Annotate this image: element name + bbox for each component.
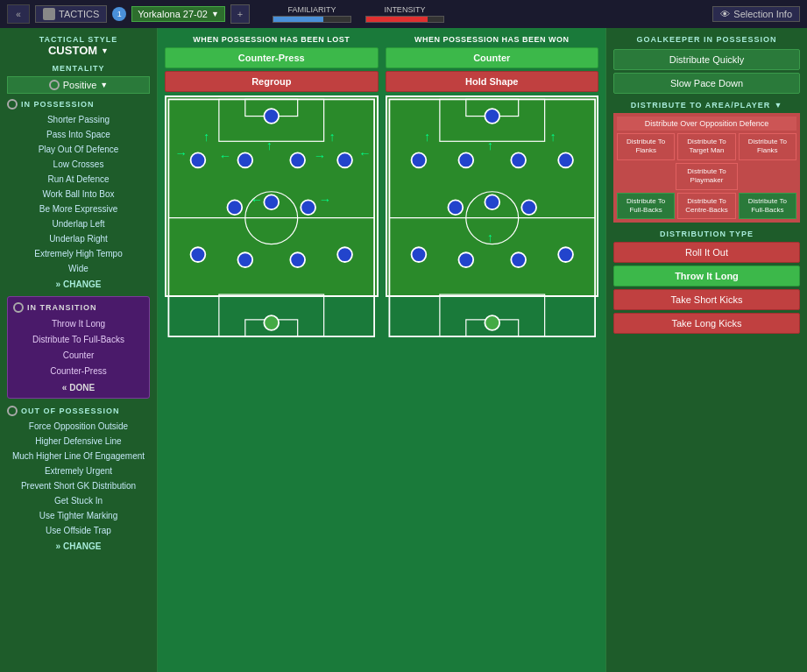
center-content: WHEN POSSESSION HAS BEEN LOST Counter-Pr… — [158, 28, 605, 672]
dist-centre-backs-button[interactable]: Distribute To Centre-Backs — [677, 193, 735, 220]
take-long-kicks-button[interactable]: Take Long Kicks — [613, 313, 800, 334]
nav-back-button[interactable]: « — [7, 4, 30, 24]
svg-point-45 — [448, 200, 463, 215]
change-possession-button[interactable]: » CHANGE — [56, 279, 102, 289]
svg-text:↑: ↑ — [549, 130, 556, 144]
svg-text:→: → — [314, 149, 326, 163]
intensity-label: INTENSITY — [384, 5, 425, 14]
list-item: Much Higher Line Of Engagement — [7, 449, 150, 463]
done-button[interactable]: « DONE — [62, 383, 95, 393]
familiarity-section: FAMILIARITY — [273, 5, 351, 23]
counter-button[interactable]: Counter — [386, 47, 599, 68]
counter-press-button[interactable]: Counter-Press — [165, 47, 379, 68]
selection-info-button[interactable]: 👁 Selection Info — [712, 6, 800, 22]
change-out-possession-button[interactable]: » CHANGE — [56, 541, 102, 551]
svg-point-12 — [191, 152, 206, 167]
eye-icon: 👁 — [720, 9, 730, 19]
svg-point-49 — [458, 252, 473, 267]
pitch-possession-won: ↑ ↑ ↑ ↑ — [386, 95, 599, 297]
in-possession-icon — [7, 99, 18, 110]
dist-bottom-row: Distribute To Full-Backs Distribute To C… — [617, 193, 796, 220]
list-item: Work Ball Into Box — [7, 187, 150, 202]
slow-pace-down-button[interactable]: Slow Pace Down — [613, 73, 800, 94]
distribute-area-label: DISTRIBUTE TO AREA/PLAYER — [631, 101, 771, 110]
intensity-section: INTENSITY — [365, 5, 444, 23]
sidebar: TACTICAL STYLE CUSTOM ▼ MENTALITY Positi… — [0, 28, 158, 672]
svg-point-46 — [485, 195, 499, 209]
distribute-area-header[interactable]: DISTRIBUTE TO AREA/PLAYER ▼ — [613, 101, 800, 110]
chevron-down-icon: ▼ — [774, 101, 782, 110]
possession-won-column: WHEN POSSESSION HAS BEEN WON Counter Hol… — [386, 35, 599, 297]
svg-text:→: → — [172, 337, 182, 338]
in-possession-header: IN POSSESSION — [7, 99, 150, 110]
add-tab-button[interactable]: + — [230, 4, 250, 24]
right-panel: GOALKEEPER IN POSSESSION Distribute Quic… — [605, 28, 807, 672]
roll-it-out-button[interactable]: Roll It Out — [613, 242, 800, 263]
svg-point-51 — [558, 247, 573, 262]
svg-point-25 — [191, 247, 206, 262]
svg-point-43 — [511, 152, 526, 167]
svg-point-44 — [558, 152, 573, 167]
svg-text:←: ← — [219, 149, 231, 163]
out-of-possession-section: OUT OF POSSESSION Force Opposition Outsi… — [7, 406, 150, 551]
tactics-tab[interactable]: TACTICS — [35, 5, 107, 23]
svg-point-47 — [521, 200, 536, 215]
svg-text:←: ← — [251, 193, 263, 207]
dist-full-backs-left-button[interactable]: Distribute To Full-Backs — [617, 193, 675, 220]
team-name: Yorkalona 27-02 — [138, 9, 208, 19]
in-transition-icon — [13, 302, 24, 313]
possession-lost-column: WHEN POSSESSION HAS BEEN LOST Counter-Pr… — [165, 35, 379, 297]
change-icon: » — [56, 279, 61, 289]
throw-it-long-button[interactable]: Throw It Long — [613, 265, 800, 286]
svg-text:↑: ↑ — [486, 230, 492, 244]
dist-lower-middle-row: Distribute To Playmaker — [617, 163, 796, 190]
svg-point-48 — [411, 247, 426, 262]
in-transition-section: IN TRANSITION Throw It Long Distribute T… — [7, 296, 150, 399]
tactics-icon — [43, 8, 55, 20]
dist-target-man-button[interactable]: Distribute To Target Man — [677, 133, 735, 160]
svg-point-13 — [237, 152, 252, 167]
list-item: Be More Expressive — [7, 202, 150, 216]
list-item: Higher Defensive Line — [7, 434, 150, 449]
svg-point-14 — [290, 152, 305, 167]
in-transition-header: IN TRANSITION — [13, 302, 144, 313]
dist-flanks-left-button[interactable]: Distribute To Flanks — [617, 133, 675, 160]
take-short-kicks-button[interactable]: Take Short Kicks — [613, 289, 800, 310]
team-selector[interactable]: Yorkalona 27-02 ▼ — [131, 6, 225, 22]
top-bar: « TACTICS 1 Yorkalona 27-02 ▼ + FAMILIAR… — [0, 0, 807, 28]
svg-text:→: → — [175, 146, 188, 160]
list-item: Extremely Urgent — [7, 463, 150, 478]
dist-top-cell[interactable]: Distribute Over Opposition Defence — [617, 117, 796, 131]
regroup-button[interactable]: Regroup — [165, 71, 379, 92]
list-item: Wide — [7, 261, 150, 276]
svg-point-27 — [290, 252, 305, 267]
svg-point-21 — [264, 195, 279, 209]
familiarity-label: FAMILIARITY — [287, 5, 336, 14]
tab-badge: 1 — [112, 7, 126, 21]
svg-text:↑: ↑ — [203, 130, 209, 144]
hold-shape-button[interactable]: Hold Shape — [386, 71, 599, 92]
mentality-selector[interactable]: Positive ▼ — [7, 76, 150, 94]
dist-playmaker-button[interactable]: Distribute To Playmaker — [676, 163, 737, 190]
svg-point-52 — [485, 315, 499, 330]
list-item: Throw It Long — [13, 316, 144, 332]
main-layout: TACTICAL STYLE CUSTOM ▼ MENTALITY Positi… — [0, 28, 807, 672]
list-item: Use Tighter Marking — [7, 508, 150, 523]
tactical-style-value[interactable]: CUSTOM ▼ — [7, 44, 150, 57]
dist-full-backs-right-button[interactable]: Distribute To Full-Backs — [739, 193, 796, 220]
mentality-icon — [49, 80, 60, 90]
svg-text:→: → — [319, 193, 331, 207]
svg-text:←: ← — [358, 146, 371, 160]
out-of-possession-icon — [7, 406, 18, 416]
list-item: Extremely High Tempo — [7, 246, 150, 261]
dist-flanks-right-button[interactable]: Distribute To Flanks — [739, 133, 796, 160]
list-item: Counter-Press — [13, 364, 144, 379]
tactics-label: TACTICS — [59, 9, 99, 19]
list-item: Distribute To Full-Backs — [13, 332, 144, 348]
distribute-grid: Distribute Over Opposition Defence Distr… — [613, 113, 800, 223]
out-of-possession-label: OUT OF POSSESSION — [21, 407, 120, 415]
list-item: Force Opposition Outside — [7, 419, 150, 434]
chevron-down-icon: ▼ — [211, 10, 219, 18]
list-item: Play Out Of Defence — [7, 142, 150, 157]
distribute-quickly-button[interactable]: Distribute Quickly — [613, 49, 800, 70]
